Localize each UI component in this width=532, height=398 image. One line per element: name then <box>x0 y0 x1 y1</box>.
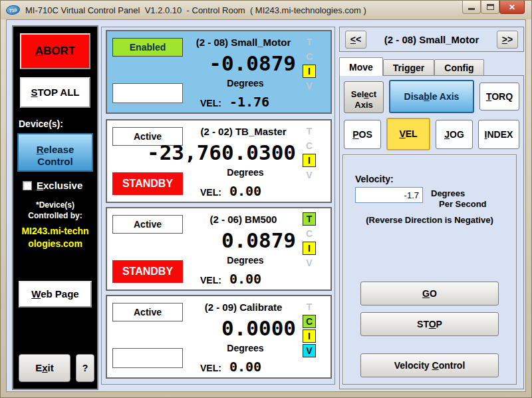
window-title: MI-710C Virtual Control Panel V1.2.0.10 … <box>25 5 366 15</box>
move-tab-panel: SelectAxis Disable Axis TORQ POS VEL JOG… <box>339 75 524 389</box>
axis-panel-bm500[interactable]: Active (2 - 06) BM500 T C I V 0.0879 Deg… <box>106 207 332 291</box>
client-area: ABORT STOP ALL Device(s): ReleaseControl… <box>6 19 526 392</box>
torq-button[interactable]: TORQ <box>479 83 519 110</box>
axis-velocity-row: VEL: 0.00 <box>200 359 261 375</box>
indicator-c: C <box>303 139 316 152</box>
velocity-control-button[interactable]: Velocity ​Control <box>360 353 499 377</box>
select-axis-button[interactable]: SelectAxis <box>344 81 384 113</box>
indicator-v: V <box>303 79 316 93</box>
velocity-groupbox: Velocity: Degrees Per Second (Reverse Di… <box>342 154 517 385</box>
vel-mode-button[interactable]: VEL <box>386 118 430 150</box>
velocity-input[interactable] <box>355 187 423 203</box>
jog-mode-button[interactable]: JOG <box>436 120 473 149</box>
axis-indicators: T C I V <box>303 124 316 183</box>
devices-label: Device(s): <box>19 118 63 129</box>
standby-badge: STANDBY <box>112 260 183 283</box>
exit-button[interactable]: Exit <box>19 354 70 382</box>
vel-label: VEL: <box>200 275 221 286</box>
tab-move[interactable]: Move <box>339 57 383 76</box>
app-icon: 710 <box>5 5 21 16</box>
vel-value: 0.00 <box>229 359 261 375</box>
maximize-icon <box>487 4 494 10</box>
indicator-t: T <box>303 212 316 226</box>
vel-label: VEL: <box>200 187 221 198</box>
axis-panel-tb-master[interactable]: Active (2 - 02) TB_Master T C I V -23,76… <box>106 119 332 203</box>
indicator-t: T <box>303 35 316 49</box>
sidebar: ABORT STOP ALL Device(s): ReleaseControl… <box>12 25 98 390</box>
go-button[interactable]: GO <box>360 282 499 305</box>
axis-position-value: -23,760.0300 <box>147 140 296 164</box>
controlled-by-label: *Device(s)Controlled by: <box>13 200 97 221</box>
tab-trigger[interactable]: Trigger <box>383 59 434 76</box>
axis-units-label: Degrees <box>192 78 299 89</box>
indicator-v: V <box>303 168 316 182</box>
exclusive-checkbox[interactable] <box>23 181 32 190</box>
indicator-i: I <box>303 329 316 343</box>
axis-velocity-row: VEL: 0.00 <box>200 183 261 199</box>
tab-config[interactable]: Config <box>434 59 483 76</box>
vel-value: 0.00 <box>229 271 261 287</box>
indicator-v: V <box>303 344 316 357</box>
indicator-c: C <box>303 227 316 240</box>
minimize-button[interactable] <box>462 1 481 14</box>
vel-label: VEL: <box>200 363 221 373</box>
indicator-t: T <box>303 124 316 138</box>
maximize-button[interactable] <box>481 1 499 14</box>
disable-axis-button[interactable]: Disable Axis <box>389 80 474 113</box>
axis-units-label: Degrees <box>192 343 299 353</box>
index-mode-button[interactable]: INDEX <box>478 120 519 149</box>
axis-panel-small-motor[interactable]: Enabled (2 - 08) Small_Motor T C I V -0.… <box>106 30 332 114</box>
title-bar: 710 MI-710C Virtual Control Panel V1.2.0… <box>1 1 531 19</box>
axis-title: (2 - 08) Small_Motor <box>186 37 301 48</box>
axis-velocity-row: VEL: -1.76 <box>200 94 269 110</box>
indicator-i: I <box>303 242 316 255</box>
abort-button[interactable]: ABORT <box>20 33 90 69</box>
control-column: << (2 - 08) Small_Motor >> Move Trigger … <box>339 27 524 390</box>
pos-mode-button[interactable]: POS <box>344 120 381 149</box>
indicator-i: I <box>303 154 316 167</box>
window-frame: 710 MI-710C Virtual Control Panel V1.2.0… <box>0 0 532 398</box>
indicator-i: I <box>303 65 316 78</box>
help-button[interactable]: ? <box>76 354 94 382</box>
exclusive-label: Exclusive <box>37 180 82 191</box>
vel-value: 0.00 <box>229 183 261 199</box>
stop-button[interactable]: STOP <box>360 312 499 336</box>
web-page-button[interactable]: Web Page <box>19 281 92 307</box>
axis-entry-field[interactable] <box>112 348 183 368</box>
axis-indicators: T C I V <box>303 212 316 271</box>
axis-panel-calibrate[interactable]: Active (2 - 09) Calibrate T C I V 0.0000… <box>106 295 332 379</box>
vel-value: -1.76 <box>229 94 269 110</box>
axis-status-button[interactable]: Active <box>112 303 183 321</box>
standby-badge: STANDBY <box>112 172 183 195</box>
axis-title: (2 - 06) BM500 <box>186 214 301 225</box>
axis-units-label: Degrees <box>192 167 299 178</box>
controlling-host-label: MI243.mi-technologies.com <box>13 225 97 250</box>
stop-all-button[interactable]: STOP ALL <box>20 77 90 108</box>
axis-entry-field[interactable] <box>112 83 183 103</box>
velocity-label: Velocity: <box>355 174 394 184</box>
axis-status-button[interactable]: Enabled <box>112 38 183 57</box>
velocity-units-label: Degrees <box>431 188 465 198</box>
axis-title: (2 - 02) TB_Master <box>186 126 301 137</box>
axis-status-button[interactable]: Active <box>112 215 183 234</box>
release-control-button[interactable]: ReleaseControl <box>17 133 93 172</box>
previous-axis-button[interactable]: << <box>345 31 366 49</box>
axis-title: (2 - 09) Calibrate <box>186 301 301 313</box>
direction-note: (Reverse Direction is Negative) <box>343 215 516 225</box>
axis-velocity-row: VEL: 0.00 <box>200 271 261 287</box>
indicator-c: C <box>303 50 316 63</box>
axis-selector-header: << (2 - 08) Small_Motor >> <box>339 27 524 52</box>
close-button[interactable]: ✕ <box>499 1 525 14</box>
axis-indicators: T C I V <box>303 35 316 94</box>
axis-units-label: Degrees <box>192 255 299 266</box>
next-axis-button[interactable]: >> <box>497 31 518 49</box>
exclusive-checkbox-row: Exclusive <box>23 180 82 191</box>
tab-strip: Move Trigger Config <box>339 57 524 76</box>
indicator-t: T <box>303 300 316 313</box>
axes-list: Enabled (2 - 08) Small_Motor T C I V -0.… <box>101 27 335 385</box>
close-icon: ✕ <box>509 3 515 12</box>
vel-label: VEL: <box>200 98 221 108</box>
indicator-c: C <box>303 315 316 328</box>
selected-axis-label: (2 - 08) Small_Motor <box>369 27 494 53</box>
axis-indicators: T C I V <box>303 300 316 359</box>
